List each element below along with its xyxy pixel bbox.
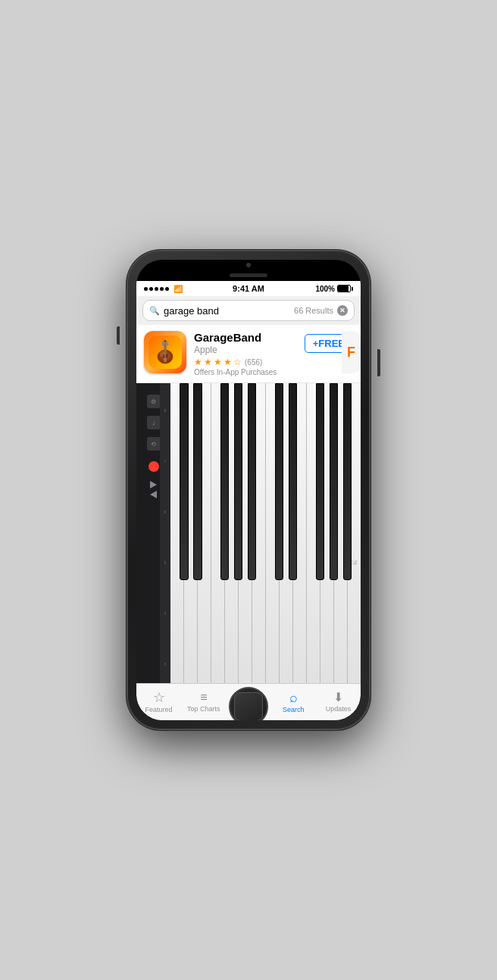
piano-ruler: 8 7 6 5 4 3 2 bbox=[160, 383, 170, 683]
second-result-peek: F bbox=[342, 331, 361, 373]
signal-dot-1 bbox=[144, 287, 148, 291]
phone-screen: 📶 9:41 AM 100% 🔍 garage ba bbox=[136, 281, 361, 720]
white-key[interactable] bbox=[239, 383, 252, 683]
battery-icon bbox=[337, 285, 353, 292]
search-tab-label: Search bbox=[283, 706, 305, 713]
white-key[interactable] bbox=[198, 383, 211, 683]
results-area: GarageBand Apple ★ ★ ★ ★ ☆ (656) Offers … bbox=[136, 325, 361, 683]
star-2: ★ bbox=[204, 357, 212, 367]
phone-frame: 📶 9:41 AM 100% 🔍 garage ba bbox=[127, 251, 370, 729]
app-developer: Apple bbox=[194, 345, 297, 355]
wifi-icon: 📶 bbox=[173, 285, 183, 293]
white-key[interactable] bbox=[170, 383, 184, 683]
search-bar[interactable]: 🔍 garage band 66 Results ✕ bbox=[142, 300, 355, 321]
white-key[interactable] bbox=[252, 383, 266, 683]
home-button-inner bbox=[234, 692, 263, 720]
signal-dot-4 bbox=[160, 287, 164, 291]
search-icon: 🔍 bbox=[149, 306, 160, 316]
status-bar: 📶 9:41 AM 100% bbox=[136, 281, 361, 296]
svg-point-8 bbox=[162, 342, 164, 344]
piano-screenshot: ⚙ ♩ ⟲ bbox=[136, 383, 361, 683]
home-button[interactable] bbox=[229, 687, 268, 720]
battery-percent: 100% bbox=[315, 285, 335, 293]
status-left: 📶 bbox=[144, 285, 183, 293]
app-icon bbox=[144, 331, 186, 373]
app-name: GarageBand bbox=[194, 331, 297, 344]
camera bbox=[246, 263, 251, 267]
c4-label: C4 bbox=[348, 559, 357, 566]
white-key[interactable] bbox=[184, 383, 198, 683]
featured-icon: ☆ bbox=[153, 691, 165, 704]
white-key[interactable] bbox=[293, 383, 307, 683]
white-key[interactable] bbox=[266, 383, 280, 683]
fast-forward-button[interactable] bbox=[150, 491, 157, 498]
rewind-button[interactable] bbox=[150, 481, 157, 488]
white-key[interactable] bbox=[348, 383, 361, 683]
signal-dot-3 bbox=[155, 287, 158, 291]
search-query-text[interactable]: garage band bbox=[164, 305, 290, 317]
battery-tip bbox=[352, 287, 353, 291]
settings-icon: ⚙ bbox=[147, 395, 161, 408]
star-4: ★ bbox=[223, 357, 232, 367]
featured-label: Featured bbox=[145, 706, 173, 713]
app-rating: ★ ★ ★ ★ ☆ (656) bbox=[194, 357, 297, 367]
white-key[interactable] bbox=[320, 383, 334, 683]
updates-label: Updates bbox=[326, 705, 352, 713]
search-results-count: 66 Results bbox=[294, 306, 333, 315]
signal-strength bbox=[144, 287, 169, 291]
updates-icon: ⬇ bbox=[333, 691, 343, 704]
metronome-icon: ♩ bbox=[147, 416, 161, 429]
price-label: FREE bbox=[318, 338, 345, 349]
battery-body bbox=[337, 285, 351, 292]
star-3: ★ bbox=[214, 357, 222, 367]
top-charts-label: Top Charts bbox=[187, 705, 220, 713]
white-key[interactable] bbox=[211, 383, 225, 683]
white-key[interactable] bbox=[307, 383, 320, 683]
svg-point-10 bbox=[167, 342, 169, 344]
search-clear-button[interactable]: ✕ bbox=[337, 305, 348, 316]
phone-screen-wrapper: 📶 9:41 AM 100% 🔍 garage ba bbox=[136, 260, 361, 720]
signal-dot-2 bbox=[149, 287, 153, 291]
search-bar-container: 🔍 garage band 66 Results ✕ bbox=[136, 296, 361, 325]
white-key[interactable] bbox=[225, 383, 239, 683]
tab-updates[interactable]: ⬇ Updates bbox=[316, 684, 361, 720]
iap-notice: Offers In-App Purchases bbox=[194, 368, 297, 376]
star-half: ☆ bbox=[233, 357, 242, 367]
garageband-icon-svg bbox=[148, 336, 182, 369]
tab-search[interactable]: ⌕ Search bbox=[271, 684, 316, 720]
search-tab-icon: ⌕ bbox=[289, 691, 298, 704]
svg-point-9 bbox=[162, 344, 164, 346]
speaker bbox=[230, 273, 267, 277]
svg-point-11 bbox=[167, 344, 169, 346]
app-result-row[interactable]: GarageBand Apple ★ ★ ★ ★ ☆ (656) Offers … bbox=[136, 325, 361, 383]
svg-point-12 bbox=[160, 351, 164, 357]
signal-dot-5 bbox=[165, 287, 169, 291]
battery-fill bbox=[338, 286, 349, 292]
white-key[interactable] bbox=[334, 383, 348, 683]
tab-top-charts[interactable]: ≡ Top Charts bbox=[181, 684, 226, 720]
top-charts-icon: ≡ bbox=[200, 691, 207, 704]
star-1: ★ bbox=[194, 357, 202, 367]
status-right: 100% bbox=[315, 285, 353, 293]
piano-sidebar: ⚙ ♩ ⟲ bbox=[136, 383, 170, 683]
record-button[interactable] bbox=[148, 461, 159, 472]
loop-icon: ⟲ bbox=[147, 437, 161, 451]
status-time: 9:41 AM bbox=[233, 284, 264, 293]
volume-button bbox=[117, 326, 120, 345]
power-button bbox=[377, 349, 380, 376]
app-info: GarageBand Apple ★ ★ ★ ★ ☆ (656) Offers … bbox=[194, 331, 297, 376]
white-key[interactable] bbox=[280, 383, 293, 683]
piano-keys-area: C4 C3 bbox=[170, 383, 361, 683]
piano-white-keys: C4 C3 bbox=[170, 383, 361, 683]
ratings-count: (656) bbox=[245, 358, 262, 367]
tab-featured[interactable]: ☆ Featured bbox=[136, 684, 181, 720]
app-icon-wrapper bbox=[144, 331, 186, 373]
